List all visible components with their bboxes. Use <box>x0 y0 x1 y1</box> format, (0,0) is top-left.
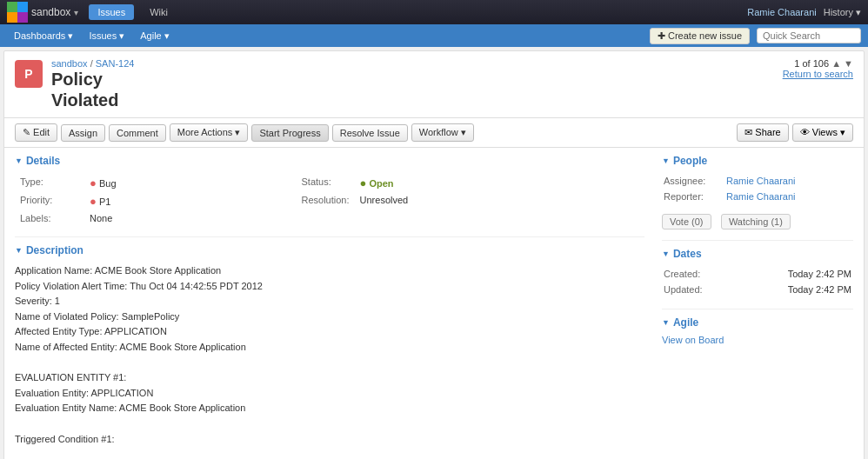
comment-button[interactable]: Comment <box>109 124 166 142</box>
assign-button[interactable]: Assign <box>61 124 105 142</box>
type-row: Type: ● Bug Status: ● Open <box>15 174 644 192</box>
assignee-row: Assignee: Ramie Chaarani <box>664 174 851 188</box>
details-table: Type: ● Bug Status: ● Open Priority: <box>15 174 644 226</box>
nav-agile[interactable]: Agile ▾ <box>133 28 177 44</box>
app-dropdown-arrow[interactable]: ▾ <box>74 8 78 17</box>
people-section: People Assignee: Ramie Chaarani Reporter… <box>662 155 853 230</box>
share-button[interactable]: ✉ Share <box>737 123 788 142</box>
agile-section: Agile View on Board <box>662 316 853 346</box>
nav-issues[interactable]: Issues ▾ <box>82 28 131 44</box>
type-value: ● Bug <box>84 174 267 192</box>
created-value: Today 2:42 PM <box>726 267 851 281</box>
priority-text: P1 <box>99 196 110 207</box>
desc-line-2: Policy Violation Alert Time: Thu Oct 04 … <box>15 281 263 291</box>
labels-value: None <box>84 210 267 226</box>
details-section-header[interactable]: Details <box>15 155 644 167</box>
reporter-name[interactable]: Ramie Chaarani <box>726 190 851 203</box>
dates-section-header[interactable]: Dates <box>662 248 853 260</box>
main-content: P sandbox / SAN-124 PolicyViolated 1 of … <box>3 50 865 459</box>
right-panel: People Assignee: Ramie Chaarani Reporter… <box>662 155 853 459</box>
description-section: Description Application Name: ACME Book … <box>15 244 644 459</box>
tab-wiki[interactable]: Wiki <box>141 4 177 20</box>
resolution-label: Resolution: <box>267 192 355 210</box>
updated-row: Updated: Today 2:42 PM <box>664 283 851 296</box>
resolution-value: Unresolved <box>355 192 644 210</box>
views-button[interactable]: 👁 Views ▾ <box>792 123 853 142</box>
priority-icon: ● <box>90 195 97 208</box>
svg-rect-1 <box>17 2 28 12</box>
priority-row: Priority: ● P1 Resolution: Unresolved <box>15 192 644 210</box>
breadcrumb-issue-id[interactable]: SAN-124 <box>96 58 135 69</box>
left-panel: Details Type: ● Bug Status: ● Open <box>15 155 644 459</box>
secondary-navigation: Dashboards ▾ Issues ▾ Agile ▾ ✚ Create n… <box>0 24 868 47</box>
resolve-issue-button[interactable]: Resolve Issue <box>332 124 408 142</box>
toolbar: ✎ Edit Assign Comment More Actions ▾ Sta… <box>4 118 864 148</box>
watch-button[interactable]: Watching (1) <box>721 214 791 230</box>
desc-line-9: Evaluation Entity Name: ACME Book Store … <box>15 402 245 413</box>
return-to-search[interactable]: Return to search <box>783 69 853 79</box>
desc-line-3: Severity: 1 <box>15 296 60 306</box>
labels-label: Labels: <box>15 210 84 226</box>
issue-header-right: 1 of 106 ▲ ▼ Return to search <box>783 58 853 79</box>
labels-row: Labels: None <box>15 210 644 226</box>
desc-line-1: Application Name: ACME Book Store Applic… <box>15 265 221 276</box>
assignee-name[interactable]: Ramie Chaarani <box>726 174 851 188</box>
workflow-button[interactable]: Workflow ▾ <box>411 123 474 142</box>
status-value: ● Open <box>355 174 644 192</box>
svg-rect-0 <box>7 2 17 12</box>
nav-prev-icon[interactable]: ▲ <box>831 58 841 69</box>
description-content: Application Name: ACME Book Store Applic… <box>15 263 644 459</box>
created-row: Created: Today 2:42 PM <box>664 267 851 281</box>
nav-next-icon[interactable]: ▼ <box>844 58 853 69</box>
desc-line-8: Evaluation Entity: APPLICATION <box>15 388 153 398</box>
view-on-board[interactable]: View on Board <box>662 335 724 345</box>
desc-line-7: EVALUATION ENTITY #1: <box>15 372 126 382</box>
body-layout: Details Type: ● Bug Status: ● Open <box>4 148 864 459</box>
desc-line-5: Affected Entity Type: APPLICATION <box>15 326 167 336</box>
type-text: Bug <box>99 178 117 189</box>
priority-value: ● P1 <box>84 192 267 210</box>
agile-section-header[interactable]: Agile <box>662 316 853 329</box>
priority-label: Priority: <box>15 192 84 210</box>
breadcrumb-sandbox[interactable]: sandbox <box>51 58 88 69</box>
desc-line-10: Triggered Condition #1: <box>15 434 115 444</box>
search-input[interactable] <box>757 28 861 43</box>
edit-button[interactable]: ✎ Edit <box>15 123 57 142</box>
people-section-header[interactable]: People <box>662 155 853 167</box>
reporter-label: Reporter: <box>664 190 724 203</box>
description-section-header[interactable]: Description <box>15 244 644 256</box>
svg-rect-2 <box>7 12 17 23</box>
tab-issues[interactable]: Issues <box>89 4 134 20</box>
created-label: Created: <box>664 267 724 281</box>
history-button[interactable]: History ▾ <box>824 7 861 18</box>
details-section: Details Type: ● Bug Status: ● Open <box>15 155 644 226</box>
app-name[interactable]: sandbox <box>31 6 70 18</box>
reporter-row: Reporter: Ramie Chaarani <box>664 190 851 203</box>
desc-line-6: Name of Affected Entity: ACME Book Store… <box>15 342 246 352</box>
status-text: Open <box>369 178 393 189</box>
breadcrumb: sandbox / SAN-124 <box>51 58 134 69</box>
issue-header: P sandbox / SAN-124 PolicyViolated 1 of … <box>4 51 864 118</box>
status-label: Status: <box>267 174 355 192</box>
more-actions-button[interactable]: More Actions ▾ <box>170 123 249 142</box>
people-table: Assignee: Ramie Chaarani Reporter: Ramie… <box>662 172 853 205</box>
start-progress-button[interactable]: Start Progress <box>251 124 328 142</box>
dates-section: Dates Created: Today 2:42 PM Updated: To… <box>662 248 853 298</box>
bug-icon: ● <box>90 176 97 190</box>
issue-icon: P <box>15 60 43 88</box>
user-name[interactable]: Ramie Chaarani <box>747 7 816 17</box>
desc-line-4: Name of Violated Policy: SamplePolicy <box>15 311 179 322</box>
svg-rect-3 <box>17 12 28 23</box>
top-navigation: sandbox ▾ Issues Wiki Ramie Chaarani His… <box>0 0 868 24</box>
status-icon: ● <box>360 176 367 190</box>
updated-value: Today 2:42 PM <box>726 283 851 296</box>
app-logo <box>7 2 28 23</box>
updated-label: Updated: <box>664 283 724 296</box>
issue-title: PolicyViolated <box>51 69 134 110</box>
type-label: Type: <box>15 174 84 192</box>
vote-button[interactable]: Vote (0) <box>662 214 711 230</box>
create-issue-button[interactable]: ✚ Create new issue <box>650 28 750 44</box>
dates-table: Created: Today 2:42 PM Updated: Today 2:… <box>662 265 853 298</box>
nav-dashboards[interactable]: Dashboards ▾ <box>7 28 80 44</box>
people-actions: Vote (0) Watching (1) <box>662 210 853 230</box>
